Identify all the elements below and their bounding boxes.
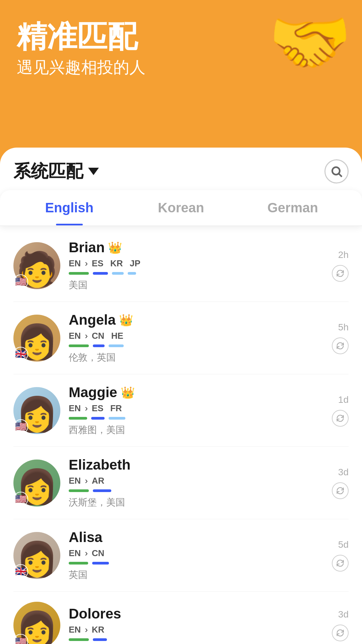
lang-tag: ES — [92, 258, 104, 269]
user-location: 美国 — [69, 279, 323, 291]
lang-bars — [69, 417, 323, 420]
time-ago: 5h — [338, 322, 349, 333]
lang-tag: HE — [111, 331, 123, 341]
user-info: Brian 👑 EN › ES KR JP 美国 — [69, 239, 323, 291]
list-item[interactable]: 👩 🇺🇸 Elizabeth EN › AR 沃斯堡，美国 3d — [13, 447, 349, 519]
lang-bar — [93, 272, 108, 275]
user-info: Elizabeth EN › AR 沃斯堡，美国 — [69, 457, 323, 509]
from-lang: EN — [69, 258, 81, 269]
avatar-container: 👩 🇬🇧 — [13, 532, 60, 579]
time-ago: 1d — [338, 394, 349, 405]
time-ago: 3d — [338, 609, 349, 620]
lang-tags: EN › CN — [69, 548, 323, 558]
header-section: 精准匹配 遇见兴趣相投的人 🤝 — [0, 0, 362, 141]
avatar-container: 👩 🇺🇸 — [13, 602, 60, 644]
refresh-icon — [336, 486, 345, 495]
from-lang: EN — [69, 548, 81, 558]
tab-german[interactable]: German — [237, 190, 349, 225]
refresh-icon — [336, 269, 345, 278]
lang-tags: EN › ES KR JP — [69, 258, 323, 269]
lang-bar — [69, 417, 87, 420]
arrow-right-icon: › — [85, 331, 88, 341]
flag-badge: 🇺🇸 — [13, 419, 28, 434]
lang-bar — [109, 344, 124, 347]
arrow-right-icon: › — [85, 403, 88, 414]
connect-button[interactable] — [332, 265, 349, 282]
flag-badge: 🇺🇸 — [13, 274, 28, 289]
avatar-container: 👩 🇺🇸 — [13, 460, 60, 506]
lang-bar — [93, 489, 111, 492]
svg-point-0 — [332, 167, 340, 174]
search-icon — [330, 165, 343, 178]
user-name: Dolores — [69, 606, 121, 622]
lang-bar — [69, 638, 89, 641]
lang-bar — [69, 272, 89, 275]
user-info: Maggie 👑 EN › ES FR 西雅图，美国 — [69, 384, 323, 436]
connect-button[interactable] — [332, 482, 349, 499]
connect-button[interactable] — [332, 337, 349, 354]
lang-tags: EN › CN HE — [69, 331, 323, 341]
refresh-icon — [336, 558, 345, 568]
lang-tag: ES — [92, 403, 104, 414]
crown-icon: 👑 — [108, 241, 122, 254]
lang-bars — [69, 638, 323, 641]
avatar-container: 👩 🇬🇧 — [13, 315, 60, 362]
list-item[interactable]: 👩 🇺🇸 Maggie 👑 EN › ES FR 西雅图，美国 1d — [13, 374, 349, 447]
lang-tag: FR — [110, 403, 122, 414]
lang-bars — [69, 489, 323, 492]
time-ago: 2h — [338, 250, 349, 260]
lang-tags: EN › AR — [69, 476, 323, 486]
lang-tags: EN › ES FR — [69, 403, 323, 414]
lang-bars — [69, 562, 323, 565]
lang-bar — [93, 638, 107, 641]
avatar-container: 👩 🇺🇸 — [13, 387, 60, 434]
user-info: Alisa EN › CN 英国 — [69, 529, 323, 581]
user-location: 西雅图，美国 — [69, 424, 323, 436]
arrow-right-icon: › — [85, 625, 88, 635]
list-item[interactable]: 🧑 🇺🇸 Brian 👑 EN › ES KR JP 美国 2h — [13, 229, 349, 302]
user-meta: 5d — [332, 539, 349, 572]
connect-button[interactable] — [332, 555, 349, 572]
connect-button[interactable] — [332, 625, 349, 641]
tab-english[interactable]: English — [13, 190, 125, 225]
list-item[interactable]: 👩 🇬🇧 Alisa EN › CN 英国 5d — [13, 519, 349, 592]
connect-button[interactable] — [332, 410, 349, 427]
lang-bar — [69, 562, 88, 565]
from-lang: EN — [69, 625, 81, 635]
user-name: Brian — [69, 239, 105, 256]
lang-tag: KR — [92, 625, 105, 635]
list-item[interactable]: 👩 🇺🇸 Dolores EN › KR 3d — [13, 592, 349, 644]
flag-badge: 🇺🇸 — [13, 492, 28, 506]
search-bar: 系统匹配 — [0, 148, 362, 183]
lang-tags: EN › KR — [69, 625, 323, 635]
svg-line-1 — [339, 174, 342, 177]
user-meta: 2h — [332, 250, 349, 282]
main-card: 系统匹配 English Korean German 🧑 🇺🇸 — [0, 148, 362, 644]
lang-bar — [109, 417, 125, 420]
user-meta: 3d — [332, 609, 349, 641]
lang-tag: JP — [130, 258, 140, 269]
lang-bar — [128, 272, 136, 275]
crown-icon: 👑 — [119, 313, 133, 327]
search-button[interactable] — [324, 159, 349, 183]
user-name: Alisa — [69, 529, 102, 545]
lang-bars — [69, 272, 323, 275]
search-title[interactable]: 系统匹配 — [13, 160, 99, 183]
user-location: 英国 — [69, 569, 323, 581]
user-meta: 3d — [332, 467, 349, 499]
arrow-right-icon: › — [85, 548, 88, 558]
lang-tag: CN — [92, 331, 105, 341]
user-meta: 5h — [332, 322, 349, 354]
tab-korean[interactable]: Korean — [125, 190, 237, 225]
lang-bar — [91, 417, 105, 420]
time-ago: 5d — [338, 539, 349, 550]
user-info: Angela 👑 EN › CN HE 伦敦，英国 — [69, 312, 323, 364]
arrow-right-icon: › — [85, 476, 88, 486]
user-info: Dolores EN › KR — [69, 606, 323, 644]
from-lang: EN — [69, 331, 81, 341]
list-item[interactable]: 👩 🇬🇧 Angela 👑 EN › CN HE 伦敦，英国 5h — [13, 302, 349, 374]
lang-bar — [69, 344, 89, 347]
arrow-right-icon: › — [85, 258, 88, 269]
lang-tag: AR — [92, 476, 105, 486]
lang-tag: KR — [110, 258, 123, 269]
